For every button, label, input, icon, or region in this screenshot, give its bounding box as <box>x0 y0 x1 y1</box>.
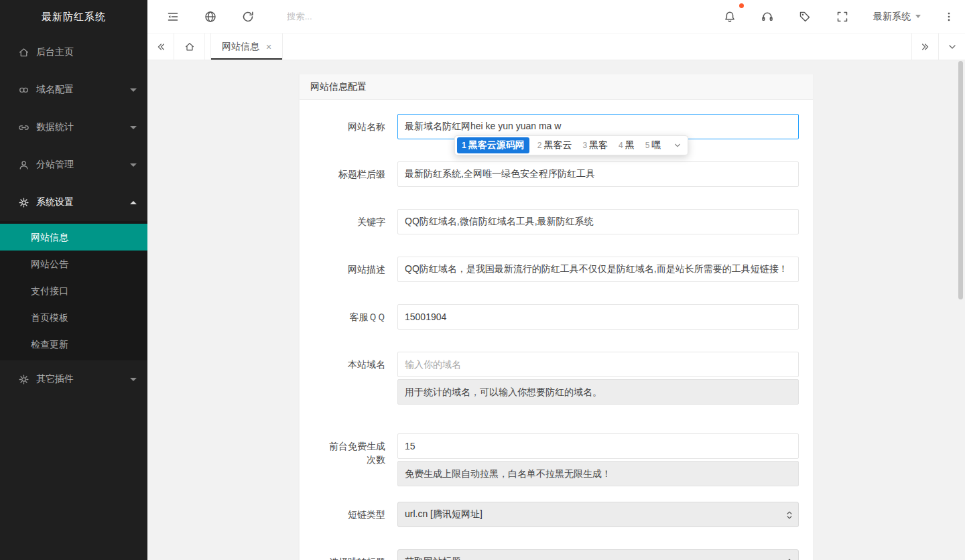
tabs-scroll-left-button[interactable] <box>147 33 174 60</box>
menu-outdent-icon <box>166 10 180 23</box>
tab-site-info[interactable]: 网站信息 × <box>210 33 283 60</box>
ime-candidate-bar: 1 黑客云源码网 2 黑客云 3 黑客 4 黑 5 嘿 <box>454 135 688 155</box>
fullscreen-icon <box>836 10 849 23</box>
form-item-service-qq: 客服ＱＱ <box>300 304 813 330</box>
ime-candidate[interactable]: 4 黑 <box>619 139 635 151</box>
ime-candidate-index: 5 <box>645 141 650 150</box>
field-label: 短链类型 <box>322 502 385 521</box>
tag-icon <box>798 10 812 23</box>
field-label: 选择跳转标题 <box>322 549 385 560</box>
ime-candidate-text: 黑 <box>625 139 635 151</box>
notifications-button[interactable] <box>711 0 749 33</box>
description-input[interactable] <box>397 257 799 282</box>
sidebar-toggle-button[interactable] <box>154 0 192 33</box>
service-qq-input[interactable] <box>397 304 799 330</box>
field-label: 客服ＱＱ <box>322 304 385 324</box>
submenu-item-payment-api[interactable]: 支付接口 <box>0 277 147 304</box>
sidebar-item-other-plugins[interactable]: 其它插件 <box>0 360 147 398</box>
support-button[interactable] <box>749 0 786 33</box>
submenu-item-site-notice[interactable]: 网站公告 <box>0 251 147 277</box>
sidebar-nav: 后台主页 域名配置 数据统计 分站管理 <box>0 33 147 398</box>
main-area: 最新系统 网站信息 × <box>147 0 965 560</box>
tabs-scroll-right-button[interactable] <box>911 33 938 60</box>
refresh-button[interactable] <box>229 0 267 33</box>
caret-up-icon <box>130 201 137 204</box>
topbar: 最新系统 <box>147 0 965 33</box>
submenu-item-home-template[interactable]: 首页模板 <box>0 304 147 331</box>
field-help-text: 用于统计的域名，可以输入你想要防红的域名。 <box>397 379 799 405</box>
topbar-right: 最新系统 <box>711 0 965 33</box>
ime-candidate-text: 嘿 <box>651 139 661 151</box>
ime-candidate-index: 2 <box>537 141 542 150</box>
title-suffix-input[interactable] <box>397 161 799 187</box>
close-icon[interactable]: × <box>266 42 271 52</box>
rings-icon <box>18 84 29 96</box>
caret-down-icon <box>130 126 137 129</box>
sidebar-item-system-settings[interactable]: 系统设置 <box>0 184 147 221</box>
app-logo: 最新防红系统 <box>0 0 147 33</box>
tabs-menu-button[interactable] <box>938 33 965 60</box>
free-times-input[interactable] <box>397 433 799 459</box>
tabbar-right-controls <box>911 33 965 60</box>
refresh-icon <box>241 10 255 23</box>
tab-home[interactable] <box>174 33 205 60</box>
site-domain-input[interactable] <box>397 352 799 377</box>
sidebar-item-label: 分站管理 <box>36 159 74 171</box>
field-label: 本站域名 <box>322 352 385 371</box>
form-item-keywords: 关键字 <box>300 209 813 234</box>
site-home-button[interactable] <box>192 0 229 33</box>
headset-icon <box>761 10 774 23</box>
vertical-scrollbar[interactable] <box>958 61 963 299</box>
select-value: url.cn [腾讯短网址] <box>405 508 482 520</box>
select-arrows-icon <box>785 557 794 560</box>
chevron-down-icon <box>947 42 958 52</box>
sidebar-item-label: 其它插件 <box>36 373 74 385</box>
jump-title-select[interactable]: 获取网站标题 <box>397 549 799 560</box>
tag-button[interactable] <box>786 0 824 33</box>
home-icon <box>18 47 29 58</box>
more-menu-button[interactable] <box>933 0 965 33</box>
ime-candidate[interactable]: 2 黑客云 <box>537 139 572 151</box>
ime-candidate[interactable]: 5 嘿 <box>645 139 661 151</box>
field-label: 网站名称 <box>322 114 385 133</box>
ime-candidate-index: 1 <box>462 141 466 150</box>
submenu-item-check-update[interactable]: 检查更新 <box>0 331 147 358</box>
ime-candidate-text: 黑客 <box>589 139 608 151</box>
ime-candidate-text: 黑客云源码网 <box>468 139 525 151</box>
home-icon <box>184 42 195 52</box>
sidebar-item-label: 数据统计 <box>36 121 74 133</box>
content-area: 网站信息配置 网站名称 标题栏后缀 关键字 <box>147 60 965 560</box>
bell-icon <box>723 10 736 23</box>
search-input[interactable] <box>287 11 448 21</box>
keywords-input[interactable] <box>397 209 799 234</box>
field-help-text: 免费生成上限自动拉黑，白名单不拉黑无限生成！ <box>397 461 799 486</box>
notification-dot <box>739 3 744 8</box>
gear-icon <box>18 197 29 208</box>
caret-down-icon <box>130 378 137 381</box>
field-label: 前台免费生成次数 <box>322 433 385 466</box>
caret-down-icon <box>130 163 137 167</box>
fullscreen-button[interactable] <box>824 0 861 33</box>
ime-candidate[interactable]: 3 黑客 <box>582 139 608 151</box>
ime-candidate-index: 3 <box>582 141 587 150</box>
chevron-down-icon <box>915 15 921 18</box>
submenu-item-site-info[interactable]: 网站信息 <box>0 224 147 251</box>
ime-candidate-index: 4 <box>619 141 623 150</box>
tab-label: 网站信息 <box>222 41 259 53</box>
double-chevron-left-icon <box>155 42 166 52</box>
chevron-down-icon[interactable] <box>673 141 682 150</box>
user-menu[interactable]: 最新系统 <box>861 0 933 33</box>
double-chevron-right-icon <box>920 42 931 52</box>
form-item-free-times: 前台免费生成次数 免费生成上限自动拉黑，白名单不拉黑无限生成！ <box>300 433 813 486</box>
ime-candidate[interactable]: 1 黑客云源码网 <box>457 137 529 153</box>
sidebar-item-substations[interactable]: 分站管理 <box>0 146 147 184</box>
field-label: 关键字 <box>322 209 385 228</box>
sidebar-item-home[interactable]: 后台主页 <box>0 33 147 71</box>
ime-candidate-text: 黑客云 <box>543 139 572 151</box>
system-settings-submenu: 网站信息 网站公告 支付接口 首页模板 检查更新 <box>0 221 147 360</box>
short-link-type-select[interactable]: url.cn [腾讯短网址] <box>397 502 799 527</box>
sidebar-item-statistics[interactable]: 数据统计 <box>0 109 147 146</box>
user-menu-label: 最新系统 <box>873 11 911 23</box>
sidebar-item-domain-config[interactable]: 域名配置 <box>0 71 147 109</box>
field-label: 标题栏后缀 <box>322 161 385 181</box>
